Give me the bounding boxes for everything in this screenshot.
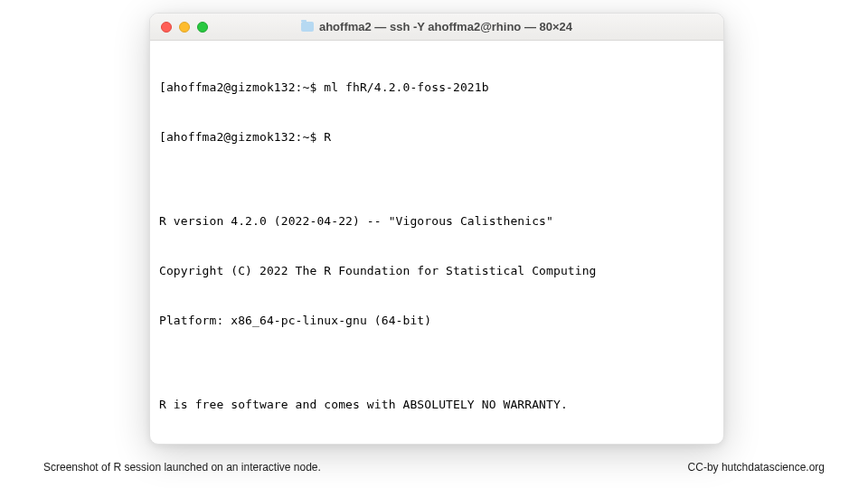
- folder-icon: [301, 22, 314, 32]
- titlebar: ahoffma2 — ssh -Y ahoffma2@rhino — 80×24: [150, 14, 723, 41]
- terminal-line: [ahoffma2@gizmok132:~$ R: [159, 129, 714, 145]
- terminal-window: ahoffma2 — ssh -Y ahoffma2@rhino — 80×24…: [149, 13, 724, 445]
- terminal-body[interactable]: [ahoffma2@gizmok132:~$ ml fhR/4.2.0-foss…: [150, 41, 723, 445]
- terminal-line: [ahoffma2@gizmok132:~$ ml fhR/4.2.0-foss…: [159, 80, 714, 96]
- terminal-line: R version 4.2.0 (2022-04-22) -- "Vigorou…: [159, 213, 714, 230]
- window-title-text: ahoffma2 — ssh -Y ahoffma2@rhino — 80×24: [319, 20, 572, 33]
- terminal-line: Copyright (C) 2022 The R Foundation for …: [159, 263, 714, 279]
- terminal-line: Platform: x86_64-pc-linux-gnu (64-bit): [159, 313, 714, 329]
- window-title: ahoffma2 — ssh -Y ahoffma2@rhino — 80×24: [150, 20, 723, 33]
- attribution-text: CC-by hutchdatascience.org: [688, 461, 825, 474]
- figure-caption: Screenshot of R session launched on an i…: [43, 461, 321, 474]
- terminal-line: R is free software and comes with ABSOLU…: [159, 397, 714, 413]
